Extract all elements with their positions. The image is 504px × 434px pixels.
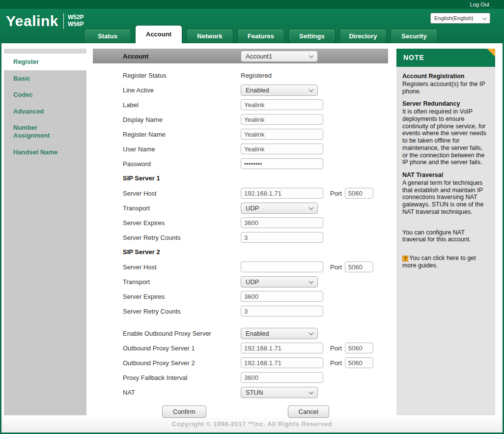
register-status-row: Register Status Registered <box>93 68 388 83</box>
sip1-port-input[interactable] <box>345 188 373 199</box>
line-active-label: Line Active <box>123 87 241 94</box>
password-input[interactable] <box>241 158 323 169</box>
yealink-logo: Yealink W52P W56P <box>6 13 84 29</box>
top-strip: Log Out <box>0 0 504 9</box>
enable-outbound-proxy-value: Enabled <box>246 330 269 337</box>
sidebar-item-number-assignment[interactable]: Number Assignment <box>4 119 86 144</box>
label-field-label: Label <box>123 101 241 109</box>
user-name-row: User Name <box>93 142 388 156</box>
sip2-transport-label: Transport <box>123 278 241 286</box>
help-icon[interactable]: ? <box>402 256 408 261</box>
sip2-transport-select[interactable]: UDP <box>241 276 318 288</box>
enable-outbound-proxy-select[interactable]: Enabled <box>241 328 318 339</box>
sip2-server-host-label: Server Host <box>123 263 241 271</box>
chevron-down-icon <box>309 330 314 335</box>
note-body: Account Registration Registers account(s… <box>396 67 495 415</box>
sip1-server-expires-input[interactable] <box>241 217 323 228</box>
tab-status[interactable]: Status <box>84 29 131 43</box>
display-name-row: Display Name <box>93 112 388 127</box>
sip1-retry-input[interactable] <box>241 232 323 243</box>
confirm-button[interactable]: Confirm <box>162 405 206 418</box>
spacer <box>93 318 388 326</box>
header: Yealink W52P W56P English(English) Statu… <box>0 9 504 43</box>
sip1-transport-select[interactable]: UDP <box>241 203 318 214</box>
label-row: Label <box>93 97 388 112</box>
outbound-proxy-2-port-input[interactable] <box>345 357 373 368</box>
enable-outbound-proxy-row: Enable Outbound Proxy Server Enabled <box>93 326 388 341</box>
password-row: Password <box>93 156 388 171</box>
form-buttons: Confirm Cancel <box>93 405 388 418</box>
line-active-row: Line Active Enabled <box>93 83 388 97</box>
outbound-proxy-1-port-input[interactable] <box>345 343 373 353</box>
sip2-server-expires-input[interactable] <box>241 291 323 302</box>
account-select-value: Account1 <box>246 53 272 60</box>
tab-features[interactable]: Features <box>237 29 284 43</box>
proxy-fallback-label: Proxy Fallback Interval <box>123 374 241 381</box>
sidebar: Register Basic Codec Advanced Number Ass… <box>4 49 86 415</box>
chevron-down-icon <box>309 279 314 284</box>
logo-divider <box>63 13 64 29</box>
footer: Copyright © 1998-2017 **Inc. All Rights … <box>1 415 503 433</box>
sidebar-item-register[interactable]: Register <box>4 54 86 70</box>
tab-account[interactable]: Account <box>135 25 182 43</box>
note-section-server-redundancy: Server Redundancy It is often required i… <box>402 100 489 166</box>
display-name-label: Display Name <box>123 116 241 123</box>
label-input[interactable] <box>241 99 323 110</box>
sip2-transport-row: Transport UDP <box>93 274 388 289</box>
register-name-row: Register Name <box>93 127 388 142</box>
sip1-server-host-input[interactable] <box>241 188 323 199</box>
nat-select[interactable]: STUN <box>241 387 318 398</box>
chevron-down-icon <box>309 87 314 92</box>
sip2-server-expires-row: Server Expires <box>93 289 388 304</box>
user-name-input[interactable] <box>241 144 323 154</box>
sidebar-item-advanced[interactable]: Advanced <box>4 103 86 120</box>
sip2-transport-value: UDP <box>246 278 259 286</box>
register-name-input[interactable] <box>241 129 323 140</box>
sip2-port-input[interactable] <box>345 261 373 272</box>
note-header: NOTE <box>396 49 495 67</box>
sip1-server-host-label: Server Host <box>123 190 241 197</box>
sidebar-item-codec[interactable]: Codec <box>4 87 86 103</box>
outbound-proxy-2-port-label: Port <box>330 359 342 367</box>
tab-directory[interactable]: Directory <box>339 29 387 43</box>
line-active-value: Enabled <box>246 87 269 94</box>
sidebar-item-basic[interactable]: Basic <box>4 70 86 87</box>
sip1-retry-row: Server Retry Counts <box>93 230 388 245</box>
tab-network[interactable]: Network <box>186 29 233 43</box>
account-register-form: Account Account1 Register Status Registe… <box>93 49 388 415</box>
outbound-proxy-1-port-label: Port <box>330 345 342 352</box>
sip2-retry-row: Server Retry Counts <box>93 304 388 318</box>
sip2-retry-input[interactable] <box>241 306 323 317</box>
account-select[interactable]: Account1 <box>241 51 318 62</box>
sip2-server-host-input[interactable] <box>241 261 323 272</box>
language-select[interactable]: English(English) <box>430 13 490 24</box>
chevron-down-icon <box>309 205 314 210</box>
sip2-port-label: Port <box>330 263 342 271</box>
content-area: Register Basic Codec Advanced Number Ass… <box>1 43 503 415</box>
register-status-label: Register Status <box>123 72 241 79</box>
note-text: A general term for techniques that estab… <box>402 179 489 216</box>
sip1-transport-row: Transport UDP <box>93 201 388 215</box>
sidebar-item-handset-name[interactable]: Handset Name <box>4 144 86 161</box>
register-name-label: Register Name <box>123 131 241 138</box>
sip1-retry-label: Server Retry Counts <box>123 234 241 241</box>
note-section-account-registration: Account Registration Registers account(s… <box>402 73 489 95</box>
tab-security[interactable]: Security <box>391 29 438 43</box>
line-active-select[interactable]: Enabled <box>241 85 318 96</box>
display-name-input[interactable] <box>241 114 323 125</box>
proxy-fallback-row: Proxy Fallback Interval <box>93 370 388 385</box>
outbound-proxy-1-input[interactable] <box>241 343 323 353</box>
cancel-button[interactable]: Cancel <box>288 405 329 418</box>
tab-settings[interactable]: Settings <box>288 29 336 43</box>
folded-corner-icon <box>487 49 495 57</box>
outbound-proxy-2-row: Outbound Proxy Server 2 Port <box>93 355 388 370</box>
outbound-proxy-2-input[interactable] <box>241 357 323 368</box>
sip2-server-host-row: Server Host Port <box>93 260 388 274</box>
model-w52p: W52P <box>68 14 84 21</box>
logout-link[interactable]: Log Out <box>470 1 489 7</box>
note-help-link[interactable]: You can click here to get more guides. <box>402 255 476 269</box>
sip1-transport-value: UDP <box>246 204 259 212</box>
chevron-down-icon <box>309 389 314 394</box>
proxy-fallback-input[interactable] <box>241 372 323 383</box>
note-text: Registers account(s) for the IP phone. <box>402 81 489 95</box>
